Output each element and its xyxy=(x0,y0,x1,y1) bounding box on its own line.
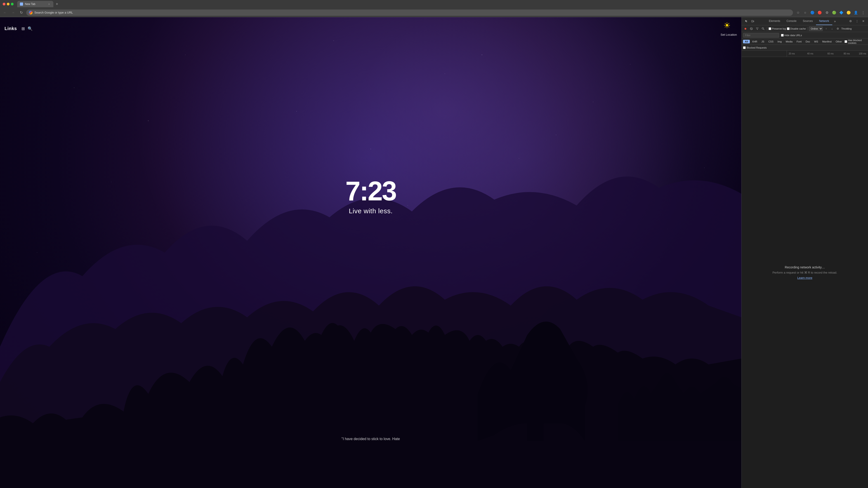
svg-rect-2 xyxy=(753,21,754,22)
tab-favicon xyxy=(20,2,23,6)
tick-100ms: 100 ms xyxy=(859,53,866,55)
more-tabs-button[interactable]: » xyxy=(832,18,838,25)
tab-console[interactable]: Console xyxy=(783,18,800,25)
disable-cache-label[interactable]: Disable cache xyxy=(790,27,806,30)
devtools-panel: Elements Console Sources Network » ⚙ ⋮ ✕… xyxy=(741,17,868,488)
svg-line-4 xyxy=(751,28,752,29)
svg-point-5 xyxy=(762,28,764,29)
tab-network[interactable]: Network xyxy=(816,18,832,25)
tick-20ms: 20 ms xyxy=(789,53,795,55)
weather-sun-icon: ☀ xyxy=(723,21,734,32)
network-type-filter-bar: All XHR JS CSS Img Media Font Doc WS Man… xyxy=(742,38,868,45)
blocked-requests-checkbox[interactable] xyxy=(743,46,746,49)
devtools-main-toolbar: Elements Console Sources Network » ⚙ ⋮ ✕ xyxy=(742,17,868,25)
filter-img-button[interactable]: Img xyxy=(776,40,783,43)
extension-3-icon[interactable]: ⚙ xyxy=(824,9,830,16)
tab-elements[interactable]: Elements xyxy=(766,18,783,25)
ntp-icon-bar: ⊞ 🔍 xyxy=(22,26,33,31)
devtools-more-options-icon[interactable]: ⋮ xyxy=(854,18,860,24)
throttling-label: Throttling xyxy=(841,27,852,30)
address-bar[interactable]: Search Google or type a URL xyxy=(26,9,793,16)
svg-point-0 xyxy=(20,3,23,5)
profile-icon[interactable]: 👤 xyxy=(852,9,859,16)
address-text: Search Google or type a URL xyxy=(34,11,790,14)
clock-quote: Live with less. xyxy=(345,207,396,215)
tick-40ms: 40 ms xyxy=(807,53,813,55)
ntp-links-label[interactable]: Links xyxy=(4,26,17,31)
close-traffic-light[interactable] xyxy=(3,3,5,5)
ntp-toolbar: Links ⊞ 🔍 ☀ Set Location xyxy=(0,17,741,40)
has-blocked-cookies-label[interactable]: Has blocked cookies xyxy=(848,39,867,44)
extension-2-icon[interactable]: 🔴 xyxy=(816,9,823,16)
has-blocked-cookies-group: Has blocked cookies xyxy=(844,39,867,44)
new-tab-page: Links ⊞ 🔍 ☀ Set Location 7:23 Live with … xyxy=(0,17,741,488)
filter-js-button[interactable]: JS xyxy=(760,40,766,43)
extension-6-icon[interactable]: 🟡 xyxy=(845,9,852,16)
import-har-icon[interactable]: ↑ xyxy=(824,26,829,31)
blocked-requests-label[interactable]: Blocked Requests xyxy=(747,46,767,49)
blocked-requests-row: Blocked Requests xyxy=(742,45,868,51)
network-filter-icon[interactable] xyxy=(755,26,760,31)
ntp-grid-icon[interactable]: ⊞ xyxy=(22,26,25,31)
tick-80ms: 80 ms xyxy=(844,53,850,55)
filter-doc-button[interactable]: Doc xyxy=(804,40,812,43)
disable-cache-checkbox[interactable] xyxy=(787,27,789,30)
extension-4-icon[interactable]: 🟢 xyxy=(831,9,837,16)
devtools-device-toggle-icon[interactable] xyxy=(750,18,756,24)
preserve-log-label[interactable]: Preserve log xyxy=(772,27,786,30)
traffic-lights xyxy=(3,3,13,5)
filter-font-button[interactable]: Font xyxy=(795,40,803,43)
devtools-close-icon[interactable]: ✕ xyxy=(860,18,866,24)
network-settings-icon[interactable]: ⚙ xyxy=(835,26,840,31)
svg-line-6 xyxy=(763,29,764,30)
tick-60ms: 60 ms xyxy=(828,53,834,55)
filter-css-button[interactable]: CSS xyxy=(767,40,775,43)
filter-xhr-button[interactable]: XHR xyxy=(750,40,759,43)
recording-subtitle: Perform a request or hit ⌘ R to record t… xyxy=(772,271,837,274)
back-button[interactable]: ← xyxy=(2,9,8,16)
google-favicon xyxy=(29,11,33,14)
network-clear-button[interactable] xyxy=(749,26,754,31)
filter-all-button[interactable]: All xyxy=(743,40,750,43)
active-tab[interactable]: New Tab × xyxy=(17,1,53,7)
network-filter-input[interactable] xyxy=(743,33,779,37)
minimize-traffic-light[interactable] xyxy=(7,3,9,5)
timeline-left-column xyxy=(742,51,787,57)
network-search-icon[interactable] xyxy=(761,26,766,31)
refresh-button[interactable]: ↻ xyxy=(18,9,24,16)
hide-data-urls-checkbox[interactable] xyxy=(781,34,784,37)
clock-time-display: 7:23 xyxy=(345,177,396,204)
network-empty-state: Recording network activity… Perform a re… xyxy=(742,57,868,488)
has-blocked-cookies-checkbox[interactable] xyxy=(844,40,847,43)
maximize-traffic-light[interactable] xyxy=(11,3,13,5)
bookmarks-star-icon[interactable]: ☆ xyxy=(795,9,801,16)
tab-sources[interactable]: Sources xyxy=(800,18,816,25)
filter-other-button[interactable]: Other xyxy=(834,40,844,43)
navigation-bar: ← → ↻ Search Google or type a URL ☆ ○ 🔵 … xyxy=(0,8,868,17)
tab-title: New Tab xyxy=(25,2,35,6)
tab-bar: New Tab × + xyxy=(17,1,865,7)
export-har-icon[interactable]: ↓ xyxy=(830,26,835,31)
forward-button[interactable]: → xyxy=(10,9,16,16)
learn-more-link[interactable]: Learn more xyxy=(797,276,812,280)
ntp-weather-widget[interactable]: ☀ Set Location xyxy=(721,21,737,36)
ntp-search-icon[interactable]: 🔍 xyxy=(28,26,33,31)
tab-close-button[interactable]: × xyxy=(48,2,51,6)
preserve-log-checkbox[interactable] xyxy=(769,27,771,30)
extension-5-icon[interactable]: 🔷 xyxy=(838,9,844,16)
performance-icon[interactable]: ○ xyxy=(802,9,808,16)
filter-manifest-button[interactable]: Manifest xyxy=(820,40,833,43)
filter-media-button[interactable]: Media xyxy=(784,40,794,43)
set-location-label[interactable]: Set Location xyxy=(721,33,737,36)
hide-data-urls-label[interactable]: Hide data URLs xyxy=(784,34,802,37)
main-content: Links ⊞ 🔍 ☀ Set Location 7:23 Live with … xyxy=(0,17,868,488)
filter-ws-button[interactable]: WS xyxy=(812,40,820,43)
devtools-settings-icon[interactable]: ⚙ xyxy=(848,18,854,24)
devtools-inspect-element-icon[interactable] xyxy=(743,18,749,24)
extension-1-icon[interactable]: 🔵 xyxy=(809,9,815,16)
network-record-button[interactable]: ⏺ xyxy=(743,26,748,31)
new-tab-button[interactable]: + xyxy=(54,1,60,7)
online-throttle-select[interactable]: Online xyxy=(809,26,823,31)
more-options-icon[interactable]: ⋮ xyxy=(860,9,866,16)
timeline-scale: 20 ms 40 ms 60 ms 80 ms 100 ms xyxy=(787,51,868,57)
